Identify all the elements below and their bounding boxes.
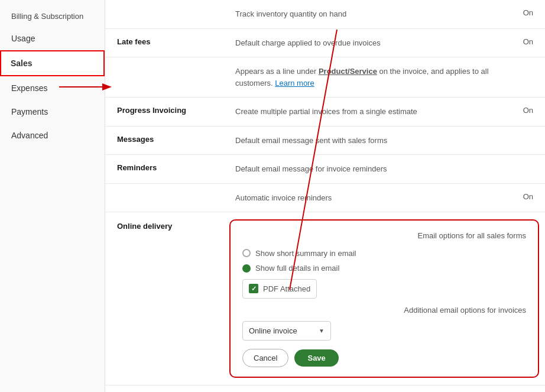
table-row: Automatic invoice reminders On [105,183,545,212]
sidebar-item-payments[interactable]: Payments [0,100,105,124]
row-description: Default charge applied to overdue invoic… [223,28,510,57]
dropdown-value: Online invoice [249,325,297,337]
row-status [510,126,545,155]
row-description: Automatic invoice reminders [223,183,510,212]
row-label [105,0,223,28]
row-status: On [510,385,545,393]
row-description: Default email message for invoice remind… [223,155,510,184]
radio-full-details[interactable]: Show full details in email [242,263,526,274]
row-description: Default email message sent with sales fo… [223,126,510,155]
chevron-down-icon: ▼ [319,326,325,335]
online-delivery-description: Email options for all sales forms [242,230,526,242]
cancel-button[interactable]: Cancel [242,349,288,367]
radio-short-summary[interactable]: Show short summary in email [242,248,526,260]
sidebar-item-label: Expenses [11,83,47,93]
radio-label: Show short summary in email [255,248,356,260]
row-label: Statements [105,385,223,393]
row-status: On [510,183,545,212]
pdf-label: PDF Attached [263,283,310,295]
table-row: Appears as a line under Product/Service … [105,57,545,98]
online-delivery-label: Online delivery [105,212,223,385]
online-delivery-content: Email options for all sales forms Show s… [223,212,545,385]
row-status: On [510,0,545,28]
radio-button-selected[interactable] [242,264,251,273]
sidebar-item-billing[interactable]: Billing & Subscription [0,6,105,27]
checkbox-checked-icon[interactable]: ✓ [249,284,258,293]
checkmark-icon: ✓ [251,284,257,294]
table-row: Track inventory quantity on hand On [105,0,545,28]
row-description-detail: Appears as a line under Product/Service … [223,57,510,98]
sidebar-item-label: Advanced [11,131,48,140]
sidebar-item-label: Usage [11,34,35,43]
online-delivery-row: Online delivery Email options for all sa… [105,212,545,385]
table-row: Reminders Default email message for invo… [105,155,545,184]
table-row: Progress Invoicing Create multiple parti… [105,98,545,127]
sidebar-item-expenses[interactable]: Expenses [0,76,105,100]
radio-group: Show short summary in email Show full de… [242,248,526,274]
row-status [510,57,545,98]
additional-options-label: Additional email options for invoices [242,304,526,316]
pdf-checkbox-container[interactable]: ✓ PDF Attached [242,279,317,299]
table-row: Messages Default email message sent with… [105,126,545,155]
sidebar-item-sales[interactable]: Sales [0,50,105,76]
sidebar: Billing & Subscription Usage Sales Expen… [0,0,105,392]
row-description: Show aging table at bottom of statement [223,385,510,393]
row-description: Create multiple partial invoices from a … [223,98,510,127]
main-content: Track inventory quantity on hand On Late… [105,0,545,392]
row-description: Track inventory quantity on hand [223,0,510,28]
row-label: Reminders [105,155,223,184]
invoice-type-dropdown[interactable]: Online invoice ▼ [242,321,331,341]
row-status [510,155,545,184]
row-status: On [510,28,545,57]
row-label: Messages [105,126,223,155]
settings-table: Track inventory quantity on hand On Late… [105,0,545,392]
save-button[interactable]: Save [294,349,338,367]
sidebar-item-label: Billing & Subscription [11,12,83,21]
learn-more-link[interactable]: Learn more [275,79,314,88]
sidebar-item-advanced[interactable]: Advanced [0,124,105,147]
radio-label: Show full details in email [255,263,339,274]
row-label [105,57,223,98]
row-label: Progress Invoicing [105,98,223,127]
table-row: Statements Show aging table at bottom of… [105,385,545,393]
row-status: On [510,98,545,127]
row-label [105,183,223,212]
table-row: Late fees Default charge applied to over… [105,28,545,57]
radio-button[interactable] [242,249,251,257]
sidebar-item-usage[interactable]: Usage [0,27,105,50]
row-label: Late fees [105,28,223,57]
sidebar-item-label: Payments [11,107,48,116]
sidebar-item-label: Sales [11,59,33,68]
action-buttons: Cancel Save [242,349,526,367]
